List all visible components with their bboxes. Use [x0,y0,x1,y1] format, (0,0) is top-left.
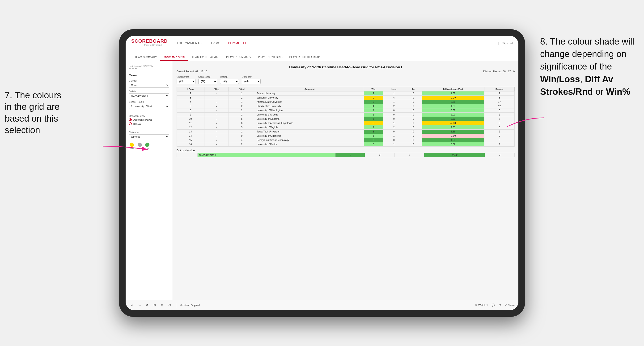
filter-opponents-select[interactable]: (All) [176,79,196,84]
comment-icon[interactable]: 💬 [492,304,495,307]
cell-rounds: 9 [484,130,515,134]
share-icon: ↗ [505,304,507,307]
ood-cell-opponent: NCAA Division II [197,153,335,157]
legend-level-dot [138,143,142,147]
cell-reg: - [204,130,228,134]
ood-cell-diff: 24.00 [424,153,485,157]
nav-teams[interactable]: TEAMS [209,40,220,46]
cell-win: 3 [364,117,383,121]
cell-loss: 0 [383,108,405,113]
cell-loss: 1 [383,100,405,104]
nav-committee[interactable]: COMMITTEE [228,40,248,46]
cell-conf: 1 [228,113,255,117]
copy-icon[interactable]: ⊡ [152,303,157,308]
grid-toolbar-icon[interactable]: ⊞ [499,304,501,307]
cell-opponent: Vanderbilt University [255,96,364,100]
cell-diff: 3.67 [422,108,484,113]
cell-rank: 14 [177,134,204,138]
filter-region-select[interactable]: (All) [220,79,239,84]
subnav-player-h2h-heatmap[interactable]: PLAYER H2H HEATMAP [286,53,323,61]
cell-conf: 1 [228,130,255,134]
refresh-icon[interactable]: ↺ [144,303,150,308]
cell-diff: 1.83 [422,104,484,108]
sidebar-school-label: School (Rank) [129,101,169,103]
table-row: 8 - 2 University of Washington 1 0 0 3.6… [177,108,515,113]
subnav-player-summary[interactable]: PLAYER SUMMARY [223,53,255,61]
ood-cell-empty [177,153,198,157]
cell-rank: 8 [177,108,204,113]
cell-win: 4 [364,104,383,108]
cell-reg: - [204,113,228,117]
cell-diff: 2.33 [422,125,484,130]
cell-tie: 0 [405,113,422,117]
out-of-division-label: Out of division [176,149,515,152]
ood-cell-tie: 0 [394,153,424,157]
cell-tie: 0 [405,134,422,138]
cell-rounds: 8 [484,117,515,121]
col-diff: Diff Av Strokes/Rnd [422,87,484,91]
sidebar-colour-by-select[interactable]: Win/loss [129,134,169,139]
filter-opponent: Opponent (All) [242,76,260,84]
cell-reg: - [204,134,228,138]
nav-tournaments[interactable]: TOURNAMENTS [176,40,202,46]
cell-tie: 0 [405,138,422,142]
data-table: # Rank # Reg # Conf Opponent Win Loss Ti… [176,87,515,147]
cell-loss: 0 [383,117,405,121]
radio-dot-opponents-played [129,118,132,121]
cell-conf: 6 [228,121,255,125]
cell-diff: -2.29 [422,96,484,100]
cell-reg: - [204,121,228,125]
clock-icon[interactable]: ⏱ [167,303,172,308]
sidebar-gender-select[interactable]: Men's [129,83,169,88]
radio-top100[interactable]: Top 100 [129,122,169,125]
cell-tie: 0 [405,121,422,125]
cell-rounds: 9 [484,142,515,147]
grid-icon[interactable]: ⊞ [160,303,165,308]
filter-opponent-select[interactable]: (All) [242,79,260,84]
filter-conference-select[interactable]: (All) [198,79,217,84]
cell-loss: 2 [383,104,405,108]
sidebar-team-label: Team [129,74,169,77]
subnav-team-summary[interactable]: TEAM SUMMARY [131,53,160,61]
sidebar-school-select[interactable]: 1. University of Nort... [129,104,169,109]
cell-opponent: Georgia Institute of Technology [255,138,364,142]
filter-conference-label: Conference [198,76,217,78]
cell-conf: 2 [228,108,255,113]
cell-opponent: University of Arizona [255,113,364,117]
cell-rank: 4 [177,100,204,104]
redo-icon[interactable]: ↪ [137,303,142,308]
cell-win: 1 [364,108,383,113]
cell-reg: - [204,91,228,96]
cell-rounds: 3 [484,121,515,125]
cell-tie: 0 [405,142,422,147]
table-row: 11 - 6 University of Arkansas, Fayettevi… [177,121,515,125]
undo-icon[interactable]: ↩ [129,303,134,308]
bottom-toolbar: ↩ ↪ ↺ ⊡ ⊞ ⏱ 👁 View: Original 👁 Watch ▾ 💬… [126,300,518,310]
cell-reg: - [204,117,228,121]
radio-opponents-played[interactable]: Opponents Played [129,118,169,121]
subnav-player-h2h-grid[interactable]: PLAYER H2H GRID [255,53,286,61]
cell-opponent: University of Oklahoma [255,134,364,138]
cell-loss: 1 [383,121,405,125]
subnav-team-h2h-heatmap[interactable]: TEAM H2H HEATMAP [188,53,222,61]
table-row: 12 - 3 University of Virginia 1 2 0 2.33… [177,125,515,130]
share-button[interactable]: ↗ Share [505,304,515,307]
watch-icon: 👁 [475,304,477,307]
cell-reg: - [204,142,228,147]
top-nav: SCOREBOARD Powered by clippd TOURNAMENTS… [126,36,518,51]
cell-rank: 13 [177,130,204,134]
legend-up: Up [145,143,150,150]
subnav-team-h2h-grid[interactable]: TEAM H2H GRID [160,53,188,61]
cell-reg: - [204,125,228,130]
filter-row: Opponents: (All) Conference (All) Region [176,76,515,84]
cell-win: 2 [364,91,383,96]
sign-out-button[interactable]: Sign out [498,42,513,45]
sidebar-division-select[interactable]: NCAA Division I [129,93,169,98]
watch-button[interactable]: 👁 Watch ▾ [475,304,488,307]
cell-tie: 0 [405,130,422,134]
ood-cell-loss: 0 [365,153,395,157]
table-row: 2 - 1 Auburn University 2 1 0 1.67 9 [177,91,515,96]
cell-conf: 0 [228,134,255,138]
cell-reg: - [204,108,228,113]
toolbar-view[interactable]: 👁 View: Original [180,304,200,307]
